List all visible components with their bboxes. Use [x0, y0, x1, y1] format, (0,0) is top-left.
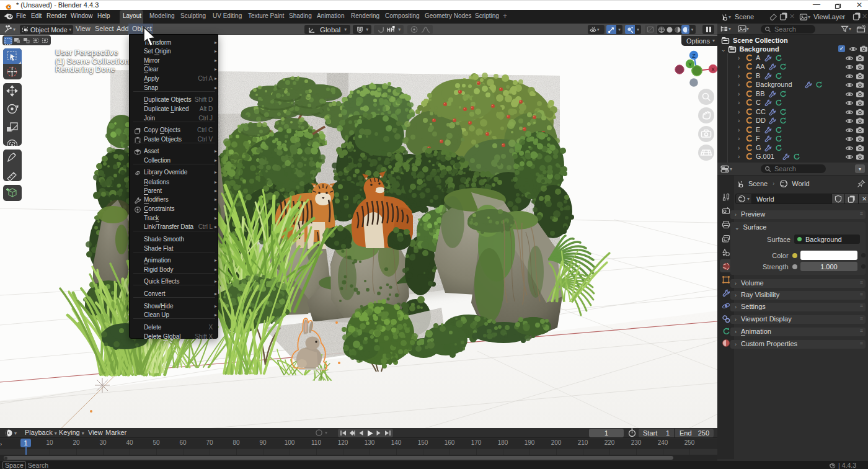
svg-text:Y: Y [688, 61, 692, 68]
svg-text:Z: Z [692, 53, 696, 59]
svg-text:X: X [711, 66, 715, 73]
